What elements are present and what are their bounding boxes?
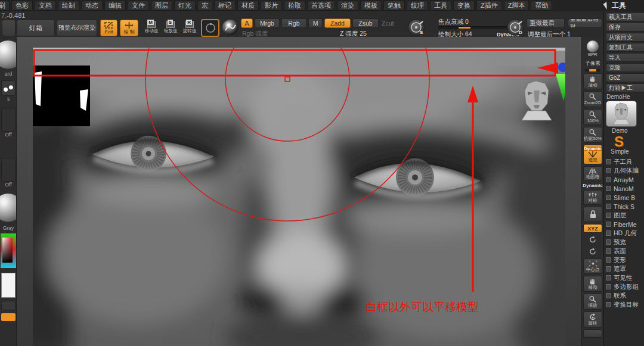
color-picker[interactable] <box>1 233 16 268</box>
zoom3d-button[interactable]: 缩放 <box>583 294 602 310</box>
spix-slider[interactable] <box>585 69 600 71</box>
menu-help[interactable]: 帮助 <box>531 1 552 11</box>
alpha-picker-button[interactable] <box>1 108 16 132</box>
menu-transform[interactable]: 变换 <box>453 1 475 11</box>
perspective-button[interactable]: Dynamic 透视 <box>583 145 602 164</box>
menu-material[interactable]: 材质 <box>237 1 259 11</box>
viewport-canvas[interactable]: 白框以外可以平移模型 <box>17 37 581 346</box>
aahalf-button[interactable]: 抗锯50% <box>583 127 602 143</box>
import-button[interactable]: 导入 <box>606 53 644 62</box>
xyz-constraint-button[interactable]: XYZ <box>583 224 602 233</box>
menu-render[interactable]: 渲染 <box>337 1 358 11</box>
transpose-lock-button[interactable] <box>583 207 602 222</box>
menu-macro[interactable]: 宏 <box>197 1 212 11</box>
rotate-view-button[interactable]: 旋转 <box>583 311 602 328</box>
section-contact[interactable]: 联系 <box>606 291 644 300</box>
edit-button[interactable]: Edit <box>100 20 117 36</box>
section-surface[interactable]: 表面 <box>606 247 644 255</box>
sculpt-brush-s-icon[interactable]: S <box>408 19 425 36</box>
gradient-swatch[interactable] <box>1 313 16 321</box>
bpr-button[interactable]: BPR <box>583 39 602 58</box>
menu-preferences[interactable]: 首选项 <box>307 1 335 11</box>
brush-preview-button[interactable] <box>201 19 219 37</box>
rotate-button[interactable]: R 旋转值 <box>181 21 198 34</box>
section-slimebridge[interactable]: Slime B <box>606 193 644 202</box>
scale-button[interactable]: S 缩放值 <box>162 21 179 34</box>
secondary-color-swatch[interactable] <box>1 301 16 310</box>
menu-movie[interactable]: 影片 <box>261 1 282 11</box>
copy-tool-button[interactable]: 复制工具 <box>606 43 644 52</box>
load-tool-button[interactable]: 载入工具 <box>606 13 644 21</box>
mrgb-button[interactable]: Mrgb <box>255 18 280 28</box>
floor-grid-button[interactable]: 地面格 <box>583 166 602 181</box>
spix-handle[interactable] <box>589 69 596 71</box>
sculpt-document[interactable]: 白框以外可以平移模型 <box>33 48 565 346</box>
section-geometry[interactable]: 几何体编 <box>606 166 644 175</box>
stroke-type-button[interactable] <box>222 20 238 35</box>
menu-marker[interactable]: 标记 <box>214 1 236 11</box>
menu-texture[interactable]: 纹理 <box>407 1 428 11</box>
move-button[interactable]: M 移动值 <box>143 21 160 34</box>
actual-size-button[interactable]: 100% <box>583 109 602 125</box>
main-color-swatch[interactable] <box>1 273 16 298</box>
pan-button[interactable]: 移动 <box>583 276 602 292</box>
sculpt-brush-d-icon[interactable]: D <box>507 19 524 36</box>
simple-brush-icon[interactable]: S <box>614 135 644 148</box>
menu-file[interactable]: 文件 <box>128 1 149 11</box>
goz-button[interactable]: GoZ <box>606 73 644 82</box>
section-morph-target[interactable]: 变换目标 <box>606 300 644 309</box>
lightbox-button[interactable]: 灯箱 <box>17 20 55 36</box>
section-polygroups[interactable]: 多边形组 <box>606 282 644 291</box>
redo-last-relative-button[interactable]: 重做最后相对 <box>568 18 602 28</box>
menu-zplugin[interactable]: Z插件 <box>476 1 502 11</box>
menu-edit[interactable]: 编辑 <box>104 1 126 11</box>
partial-bottom-button[interactable] <box>583 329 602 338</box>
menu-light[interactable]: 灯光 <box>174 1 196 11</box>
color-picker-inner[interactable] <box>2 238 13 263</box>
menu-document[interactable]: 文档 <box>35 1 56 11</box>
section-deformation[interactable]: 变形 <box>606 255 644 264</box>
menu-tool[interactable]: 工具 <box>430 1 451 11</box>
menu-dynamic[interactable]: 动态 <box>81 1 103 11</box>
menu-stroke[interactable]: 笔触 <box>383 1 405 11</box>
section-hd-geometry[interactable]: HD 几何 <box>606 229 644 238</box>
spin-z-button[interactable] <box>583 235 602 245</box>
menu-layer[interactable]: 图层 <box>151 1 172 11</box>
focal-shift-handle[interactable] <box>459 27 470 29</box>
texture-picker-button[interactable] <box>1 158 16 182</box>
color-a-button[interactable]: A <box>241 18 253 28</box>
menu-zscript[interactable]: Z脚本 <box>504 1 530 11</box>
section-thickskin[interactable]: Thick S <box>606 202 644 211</box>
zadd-button[interactable]: Zadd <box>324 18 351 28</box>
material-picker-button[interactable] <box>0 194 17 222</box>
scroll-button[interactable]: 活动 <box>583 73 602 89</box>
menu-brush[interactable]: 刷 <box>0 1 10 11</box>
local-symmetry-button[interactable]: 对称 <box>583 190 602 205</box>
clone-button[interactable]: 克隆 <box>606 63 644 72</box>
active-tool-thumbnail[interactable] <box>606 101 637 127</box>
zsub-button[interactable]: Zsub <box>352 18 379 28</box>
section-fibermesh[interactable]: FiberMe <box>606 220 644 229</box>
redo-last-button[interactable]: 重做最后 <box>527 18 565 28</box>
section-layers[interactable]: 图层 <box>606 211 644 220</box>
lightbox-to-tool-button[interactable]: 灯箱▶工 <box>606 83 644 92</box>
current-brush-button[interactable] <box>0 40 17 69</box>
focal-shift-slider[interactable] <box>438 26 512 29</box>
section-subtool[interactable]: 子工具 <box>606 157 644 166</box>
section-visibility[interactable]: 可见性 <box>606 273 644 282</box>
section-preview[interactable]: 预览 <box>606 238 644 247</box>
empty-slot-button[interactable] <box>2 20 16 36</box>
section-nanomesh[interactable]: NanoM <box>606 184 644 193</box>
zoom2d-button[interactable]: Zoom2D <box>583 91 602 107</box>
menu-color[interactable]: 色彩 <box>11 1 33 11</box>
menu-picker[interactable]: 拾取 <box>284 1 305 11</box>
menu-draw[interactable]: 绘制 <box>58 1 79 11</box>
m-button[interactable]: M <box>308 18 323 28</box>
draw-button[interactable]: 绘 制 <box>120 20 138 36</box>
section-arraymesh[interactable]: ArrayM <box>606 175 644 184</box>
frame-button[interactable]: 中心点 <box>583 258 602 274</box>
preview-boolean-button[interactable]: 预览布尔渲染 <box>57 20 97 36</box>
spin-y-button[interactable] <box>583 247 602 257</box>
stroke-picker-button[interactable] <box>1 80 16 96</box>
section-masking[interactable]: 遮罩 <box>606 264 644 273</box>
